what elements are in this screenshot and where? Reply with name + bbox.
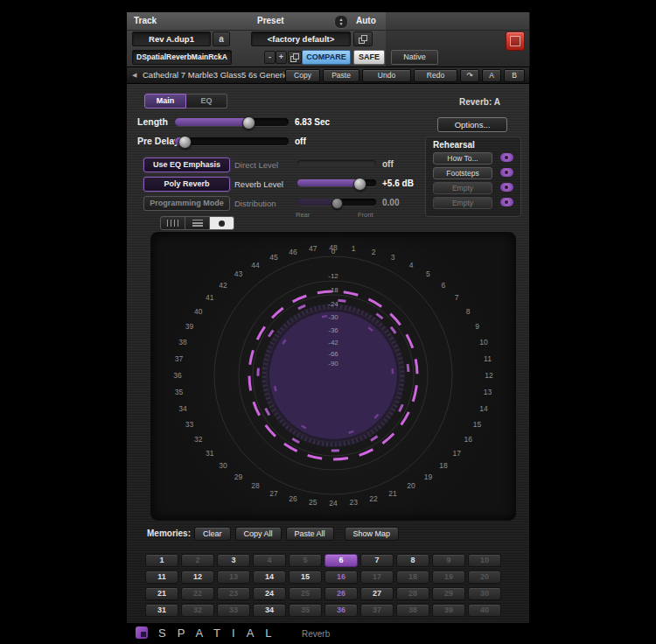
memory-button-31[interactable]: 31 [145,604,178,617]
undo-button[interactable]: Undo [362,69,411,82]
memory-button-16[interactable]: 16 [325,570,358,584]
memory-button-6[interactable]: 6 [325,554,358,567]
memory-button-3[interactable]: 3 [217,554,250,567]
memory-button-5[interactable]: 5 [289,554,322,567]
memory-button-17[interactable]: 17 [360,570,394,584]
memory-button-13[interactable]: 13 [217,570,250,584]
librarian-bar: ◀ Cathedral 7 Marble3 Glass5 6s Generic … [127,66,529,84]
insert-name-selector[interactable]: DSpatialReverbMainRckA [132,50,232,65]
preset-nav-arrows-icon[interactable]: ▲▼ [334,15,348,29]
memory-button-29[interactable]: 29 [432,587,465,600]
memory-button-38[interactable]: 38 [396,604,429,617]
memory-button-7[interactable]: 7 [360,554,394,567]
memory-button-35[interactable]: 35 [289,604,322,617]
memory-button-27[interactable]: 27 [360,587,394,600]
memory-button-21[interactable]: 21 [145,587,178,600]
memory-button-22[interactable]: 22 [181,587,214,600]
memory-button-23[interactable]: 23 [217,587,250,600]
plugin-footer: SPATIAL Reverb [127,623,529,642]
memory-button-24[interactable]: 24 [253,587,286,600]
auto-column-label: Auto [356,16,376,25]
memory-button-32[interactable]: 32 [181,604,214,617]
safe-button[interactable]: SAFE [353,50,385,65]
memory-button-8[interactable]: 8 [396,554,429,567]
dspatial-logo-icon [136,626,148,639]
memory-button-36[interactable]: 36 [325,604,358,617]
memory-button-12[interactable]: 12 [181,570,214,584]
target-icon [510,36,520,46]
track-column-label: Track [134,16,157,25]
protools-plugin-header: Track Preset Auto ▲▼ Rev A.dup1 a <facto… [127,12,529,66]
setting-a-button[interactable]: A [482,69,501,82]
setting-b-button[interactable]: B [504,69,525,82]
memory-button-25[interactable]: 25 [289,587,322,600]
memory-button-26[interactable]: 26 [325,587,358,600]
preset-selector[interactable]: <factory default> [251,32,351,46]
memory-button-14[interactable]: 14 [253,570,286,584]
settings-menu-icon [290,53,299,62]
memory-button-40[interactable]: 40 [468,604,501,617]
paste-button[interactable]: Paste [323,69,359,82]
memory-button-20[interactable]: 20 [468,570,501,584]
plugin-window: Track Preset Auto ▲▼ Rev A.dup1 a <facto… [127,12,529,640]
memory-button-28[interactable]: 28 [396,587,429,600]
memory-button-9[interactable]: 9 [432,554,465,567]
memory-button-4[interactable]: 4 [253,554,286,567]
target-button[interactable] [506,32,525,51]
memory-button-15[interactable]: 15 [289,570,322,584]
memory-button-39[interactable]: 39 [432,604,465,617]
dspatial-reverb-panel: Main EQ Reverb: A Length 6.83 Sec Option… [127,84,529,623]
memory-button-37[interactable]: 37 [360,604,394,617]
duplicate-icon [359,35,367,44]
redo-button[interactable]: Redo [414,69,457,82]
memory-button-30[interactable]: 30 [468,587,501,600]
plugin-settings-menu-button[interactable] [288,51,302,64]
memory-button-1[interactable]: 1 [145,554,178,567]
preset-duplicate-button[interactable] [353,32,373,46]
memory-button-34[interactable]: 34 [253,604,286,617]
current-setting-name[interactable]: Cathedral 7 Marble3 Glass5 6s Generic [143,70,289,80]
brand-suffix: Reverb [302,629,330,639]
preset-increment-button[interactable]: + [276,51,287,64]
memory-button-11[interactable]: 11 [145,570,178,584]
memory-grid: 1234567891011121314151617181920212223242… [127,84,529,623]
brand-name: SPATIAL [158,626,283,640]
copy-a-to-b-icon[interactable]: ↷ [460,69,479,82]
preset-column-label: Preset [257,16,284,25]
native-selector[interactable]: Native [391,50,438,65]
librarian-buttons: Copy Paste Undo Redo ↷ A B [285,69,525,82]
compare-button[interactable]: COMPARE [302,50,351,65]
track-selector[interactable]: Rev A.dup1 [132,32,211,46]
memory-button-33[interactable]: 33 [217,604,250,617]
track-letter-button[interactable]: a [213,32,230,46]
memory-button-19[interactable]: 19 [432,570,465,584]
memory-button-2[interactable]: 2 [181,554,214,567]
memory-button-10[interactable]: 10 [468,554,501,567]
preset-decrement-button[interactable]: - [264,51,276,64]
copy-button[interactable]: Copy [285,69,320,82]
previous-setting-icon[interactable]: ◀ [132,72,136,79]
memory-button-18[interactable]: 18 [396,570,429,584]
